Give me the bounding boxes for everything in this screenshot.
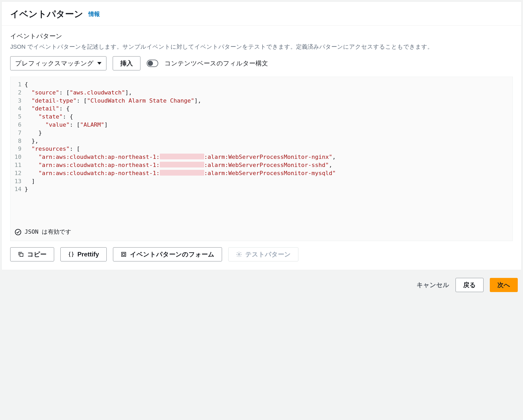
event-pattern-card: イベントパターン 情報 イベントパターン JSON でイベントパターンを記述しま… bbox=[2, 2, 521, 270]
svg-rect-3 bbox=[123, 253, 125, 255]
svg-rect-1 bbox=[20, 253, 23, 256]
info-link[interactable]: 情報 bbox=[88, 11, 100, 17]
prefix-matching-dropdown[interactable]: プレフィックスマッチング bbox=[10, 56, 106, 70]
json-status-text: JSON は有効です bbox=[25, 228, 71, 236]
prettify-button[interactable]: Prettify bbox=[60, 247, 107, 261]
dropdown-label: プレフィックスマッチング bbox=[15, 59, 94, 68]
form-icon bbox=[121, 251, 127, 257]
prettify-button-label: Prettify bbox=[77, 251, 99, 258]
insert-button-label: 挿入 bbox=[120, 59, 133, 68]
code-content: { "source": ["aws.cloudwatch"], "detail-… bbox=[25, 81, 513, 193]
section-title: イベントパターン bbox=[10, 32, 513, 40]
back-button-label: 戻る bbox=[463, 281, 476, 289]
toggle-knob bbox=[148, 61, 153, 66]
next-button-label: 次へ bbox=[497, 281, 510, 289]
editor-action-row: コピー Prettify イベントパターンのフォ bbox=[10, 247, 513, 261]
caret-down-icon bbox=[97, 62, 101, 65]
copy-button-label: コピー bbox=[27, 250, 47, 259]
section-description: JSON でイベントパターンを記述します。サンプルイベントに対してイベントパター… bbox=[10, 42, 513, 51]
svg-point-4 bbox=[238, 254, 240, 255]
test-pattern-button[interactable]: テストパターン bbox=[228, 247, 298, 261]
line-number-gutter: 1234567891011121314 bbox=[10, 81, 25, 193]
check-circle-icon bbox=[15, 229, 21, 236]
content-filter-toggle[interactable] bbox=[147, 60, 158, 67]
toggle-label: コンテンツベースのフィルター構文 bbox=[164, 59, 268, 68]
next-button[interactable]: 次へ bbox=[490, 278, 518, 292]
braces-icon bbox=[68, 251, 74, 257]
event-pattern-form-button[interactable]: イベントパターンのフォーム bbox=[113, 247, 222, 261]
wizard-footer: キャンセル 戻る 次へ bbox=[0, 270, 523, 293]
form-button-label: イベントパターンのフォーム bbox=[130, 250, 214, 259]
card-title: イベントパターン bbox=[10, 8, 83, 20]
back-button[interactable]: 戻る bbox=[456, 278, 484, 292]
json-status-row: JSON は有効です bbox=[10, 225, 513, 241]
copy-icon bbox=[18, 251, 24, 257]
copy-button[interactable]: コピー bbox=[10, 247, 54, 261]
card-body: イベントパターン JSON でイベントパターンを記述します。サンプルイベントに対… bbox=[2, 26, 521, 270]
json-editor[interactable]: 1234567891011121314 { "source": ["aws.cl… bbox=[10, 77, 513, 241]
code-area: 1234567891011121314 { "source": ["aws.cl… bbox=[10, 77, 513, 225]
control-row: プレフィックスマッチング 挿入 コンテンツベースのフィルター構文 bbox=[10, 56, 513, 70]
test-button-label: テストパターン bbox=[245, 250, 291, 259]
card-header: イベントパターン 情報 bbox=[2, 2, 521, 26]
gear-icon bbox=[236, 251, 242, 257]
cancel-button[interactable]: キャンセル bbox=[417, 281, 449, 289]
insert-button[interactable]: 挿入 bbox=[113, 56, 140, 70]
svg-rect-2 bbox=[122, 252, 126, 256]
